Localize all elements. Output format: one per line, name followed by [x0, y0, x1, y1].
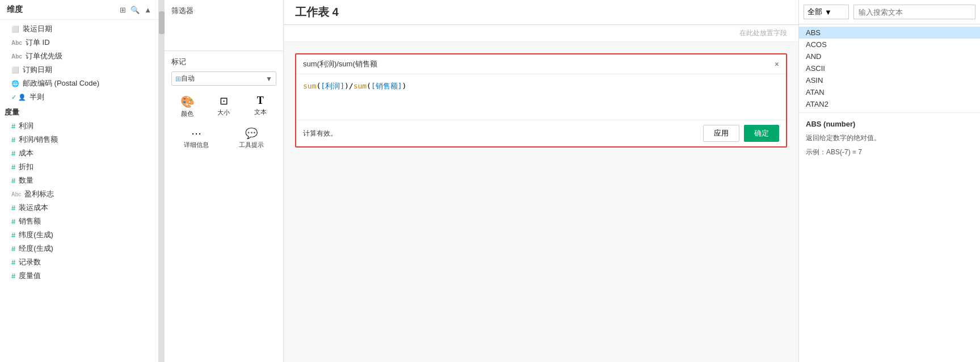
- measure-latitude[interactable]: # 纬度(生成): [0, 228, 158, 242]
- field-drop-area[interactable]: 在此处放置字段: [284, 25, 798, 42]
- marker-buttons: 🎨 颜色 ⊡ 大小 T 文本: [171, 92, 276, 120]
- measure-profit-sales[interactable]: # 利润/销售额: [0, 133, 158, 146]
- sidebar-item-shiping-date[interactable]: ⬜ 装运日期: [0, 22, 158, 36]
- func-detail-description: 返回给定数字的绝对值。: [806, 133, 973, 143]
- ok-button[interactable]: 确定: [744, 125, 779, 142]
- func-detail-example: 示例：ABS(-7) = 7: [806, 148, 973, 157]
- abc-icon: Abc: [11, 40, 22, 46]
- hash-icon-11: #: [11, 272, 15, 280]
- hash-icon-2: #: [11, 136, 15, 144]
- measure-quantity[interactable]: # 数量: [0, 174, 158, 187]
- tooltip-label: 工具提示: [239, 141, 264, 149]
- sidebar-content: ⬜ 装运日期 Abc 订单 ID Abc 订单优先级 ⬜ 订购日期 🌐 邮政编码…: [0, 20, 158, 362]
- measure-value[interactable]: # 度量值: [0, 269, 158, 283]
- text-label: 文本: [254, 108, 267, 116]
- right-panel: 全部 ▼ ABS ACOS AND ASCII ASIN ATAN ATAN2 …: [798, 0, 980, 362]
- scrollbar-thumb: [159, 11, 165, 34]
- sidebar-scrollbar[interactable]: [159, 0, 165, 362]
- hash-icon-5: #: [11, 176, 15, 185]
- func-item-ascii[interactable]: ASCII: [799, 62, 980, 74]
- func-detail-name: ABS (number): [806, 120, 973, 128]
- hash-icon-3: #: [11, 149, 15, 158]
- detail-icon: ⋯: [191, 127, 201, 140]
- measure-discount[interactable]: # 折扣: [0, 160, 158, 174]
- calc-field-sales: [销售额]: [371, 82, 402, 90]
- marker-title: 标记: [171, 57, 276, 67]
- sidebar: 维度 ⊞ 🔍 ▲ ⬜ 装运日期 Abc 订单 ID Abc 订单优先级 ⬜ 订购…: [0, 0, 159, 362]
- measures-label: 度量: [0, 104, 158, 119]
- calc-editor-close-button[interactable]: ×: [775, 60, 779, 69]
- worksheet-title: 工作表 4: [284, 0, 798, 25]
- collapse-icon[interactable]: ▲: [144, 6, 152, 14]
- calc-editor-title: sum(利润)/sum(销售额: [303, 59, 377, 69]
- func-browser-header: 全部 ▼: [799, 0, 980, 24]
- search-icon[interactable]: 🔍: [131, 6, 140, 14]
- filter-section: 筛选器: [165, 0, 283, 51]
- measure-shipping-cost[interactable]: # 装运成本: [0, 201, 158, 214]
- calendar-icon-2: ⬜: [11, 66, 19, 74]
- detail-label: 详细信息: [184, 141, 209, 149]
- size-icon: ⊡: [220, 95, 228, 107]
- apply-button[interactable]: 应用: [703, 125, 739, 142]
- func-detail: ABS (number) 返回给定数字的绝对值。 示例：ABS(-7) = 7: [799, 113, 980, 362]
- func-item-atan2[interactable]: ATAN2: [799, 98, 980, 110]
- measure-cost[interactable]: # 成本: [0, 146, 158, 160]
- marker-dropdown-icon: ⊞: [175, 75, 181, 83]
- measure-longitude[interactable]: # 经度(生成): [0, 242, 158, 255]
- sidebar-header: 维度 ⊞ 🔍 ▲: [0, 0, 158, 20]
- marker-section: 标记 ⊞ 自动 ▼ 🎨 颜色 ⊡ 大小 T 文本 ⋯ 详细信息: [165, 51, 283, 362]
- abc-measure-icon: Abc: [11, 191, 21, 197]
- sidebar-item-order-priority[interactable]: Abc 订单优先级: [0, 49, 158, 63]
- marker-color-btn[interactable]: 🎨 颜色: [171, 92, 203, 120]
- size-label: 大小: [217, 108, 230, 117]
- measure-sales[interactable]: # 销售额: [0, 214, 158, 228]
- person-icon: ✓ 👤: [11, 94, 26, 101]
- hash-icon-6: #: [11, 204, 15, 212]
- sidebar-title: 维度: [7, 5, 23, 15]
- func-item-abs[interactable]: ABS: [799, 27, 980, 39]
- func-item-and[interactable]: AND: [799, 50, 980, 62]
- func-item-atan[interactable]: ATAN: [799, 86, 980, 98]
- abc-icon-2: Abc: [11, 53, 22, 60]
- marker-buttons-row2: ⋯ 详细信息 💬 工具提示: [171, 125, 276, 151]
- func-category-label: 全部: [807, 7, 822, 17]
- sidebar-header-icons: ⊞ 🔍 ▲: [120, 6, 152, 14]
- marker-tooltip-btn[interactable]: 💬 工具提示: [226, 125, 277, 151]
- calc-field-profit: [利润]: [321, 82, 344, 90]
- measure-record-count[interactable]: # 记录数: [0, 255, 158, 269]
- color-label: 颜色: [181, 110, 194, 118]
- sidebar-item-order-id[interactable]: Abc 订单 ID: [0, 36, 158, 49]
- sidebar-item-order-date[interactable]: ⬜ 订购日期: [0, 63, 158, 77]
- calc-func-sum1: sum: [303, 82, 316, 90]
- func-category-dropdown[interactable]: 全部 ▼: [804, 5, 849, 19]
- globe-icon: 🌐: [11, 80, 19, 87]
- marker-size-btn[interactable]: ⊡ 大小: [208, 92, 239, 120]
- grid-icon[interactable]: ⊞: [120, 6, 126, 14]
- func-item-acos[interactable]: ACOS: [799, 39, 980, 50]
- main-canvas: [284, 159, 798, 362]
- measure-profit[interactable]: # 利润: [0, 119, 158, 133]
- marker-detail-btn[interactable]: ⋯ 详细信息: [171, 125, 222, 151]
- sidebar-item-half[interactable]: ✓ 👤 半则: [0, 90, 158, 104]
- marker-text-btn[interactable]: T 文本: [245, 92, 276, 120]
- chevron-down-icon: ▼: [266, 75, 272, 83]
- tooltip-icon: 💬: [245, 127, 258, 140]
- middle-panel: 筛选器 标记 ⊞ 自动 ▼ 🎨 颜色 ⊡ 大小 T 文本 ⋯: [165, 0, 284, 362]
- sidebar-item-postal-code[interactable]: 🌐 邮政编码 (Postal Code): [0, 77, 158, 90]
- func-search-input[interactable]: [853, 5, 975, 19]
- chevron-down-icon-func: ▼: [825, 8, 832, 16]
- func-item-asin[interactable]: ASIN: [799, 74, 980, 86]
- hash-icon-9: #: [11, 245, 15, 253]
- hash-icon-8: #: [11, 231, 15, 239]
- measure-profit-flag[interactable]: Abc 盈利标志: [0, 187, 158, 201]
- marker-dropdown-label: 自动: [181, 74, 195, 83]
- func-list: ABS ACOS AND ASCII ASIN ATAN ATAN2: [799, 24, 980, 113]
- hash-icon-1: #: [11, 122, 15, 131]
- calc-editor-header: sum(利润)/sum(销售额 ×: [296, 54, 786, 74]
- color-icon: 🎨: [180, 95, 195, 108]
- filter-title: 筛选器: [171, 6, 276, 16]
- calc-editor-body[interactable]: sum([利润])/sum([销售额]): [296, 74, 786, 120]
- main-area: 工作表 4 在此处放置字段 sum(利润)/sum(销售额 × sum([利润]…: [284, 0, 798, 362]
- text-icon: T: [257, 95, 264, 107]
- marker-dropdown[interactable]: ⊞ 自动 ▼: [171, 71, 276, 86]
